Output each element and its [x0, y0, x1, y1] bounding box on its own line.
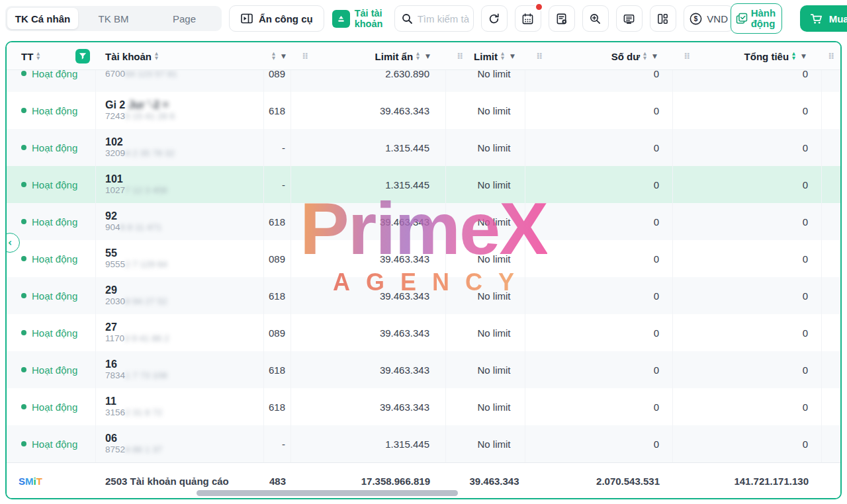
layout-button[interactable]: [650, 5, 676, 32]
cart-icon: [810, 13, 823, 25]
status-label: Hoạt động: [32, 327, 77, 339]
tab-tk-ca-nhan[interactable]: TK Cá nhân: [7, 8, 78, 29]
table-row[interactable]: Hoạt động 55 95552 7 129 64 089 39.463.3…: [7, 240, 840, 277]
accounts-table: TT ▲▼ Tài khoản ▲▼ ▲▼ ▼ ⠿ Limit ẩn ▲▼ ▼: [5, 41, 842, 499]
row-end-cell: [822, 129, 840, 166]
column-header-limit-hidden[interactable]: ⠿ Limit ẩn ▲▼ ▼: [291, 42, 446, 70]
status-cell: Hoạt động: [7, 240, 96, 277]
balance-cell: 0: [525, 129, 673, 166]
status-label: Hoạt động: [32, 439, 77, 450]
table-row[interactable]: Hoạt động 27 11703 9 41 86 2 089 39.463.…: [7, 314, 840, 351]
status-label: Hoạt động: [32, 179, 77, 190]
account-name: 92: [105, 210, 117, 222]
status-label: Hoạt động: [32, 142, 77, 153]
load-accounts-button[interactable]: Tải tài khoản: [332, 5, 387, 32]
search-input[interactable]: [418, 13, 469, 24]
column-drag-handle[interactable]: ⠿: [536, 52, 543, 62]
table-row[interactable]: Hoạt động 16 78341 7 73 108 618 39.463.3…: [7, 351, 840, 388]
account-name: 102: [105, 136, 123, 148]
table-row[interactable]: Hoạt động 29 20308 94 27 52 618 39.463.3…: [7, 277, 840, 314]
currency-button[interactable]: $ VND: [684, 5, 734, 32]
calendar-button[interactable]: [515, 5, 541, 32]
redacted-id: 2 7 129 64: [125, 259, 167, 269]
table-row[interactable]: Hoạt động 92 9046 8 11 471 618 39.463.34…: [7, 203, 840, 240]
buy-package-label: Mua gói: [829, 13, 847, 24]
refresh-button[interactable]: [481, 5, 508, 32]
status-dot-icon: [21, 367, 26, 372]
limit-cell: No limit: [446, 166, 525, 203]
column-header-clipped[interactable]: ▲▼ ▼: [264, 42, 291, 70]
column-drag-handle[interactable]: ⠿: [684, 52, 690, 62]
footer-limit-total: 39.463.343: [446, 463, 525, 499]
tab-tk-bm[interactable]: TK BM: [78, 8, 149, 29]
limit-hidden-cell: 39.463.343: [291, 240, 446, 277]
actions-button[interactable]: Hành động: [731, 3, 782, 34]
redacted-id: 64 123 57 81: [125, 70, 177, 79]
total-spent-cell: 0: [673, 425, 822, 462]
status-cell: Hoạt động: [7, 203, 96, 240]
status-dot-icon: [21, 293, 26, 298]
chevron-down-icon[interactable]: ▼: [801, 53, 806, 60]
horizontal-scrollbar-thumb[interactable]: [197, 490, 458, 496]
clipped-value-cell: 089: [264, 240, 291, 277]
account-cell: 102 32094 2 35 78 32: [96, 129, 264, 166]
tab-page[interactable]: Page: [149, 8, 220, 29]
row-end-cell: [822, 240, 840, 277]
row-end-cell: [822, 277, 840, 314]
account-cell: 29 20308 94 27 52: [96, 277, 264, 314]
filter-button[interactable]: [75, 49, 90, 63]
rows-viewport: Hoạt động 670064 123 57 81 089 2.630.890…: [7, 70, 840, 462]
table-rows: Hoạt động 670064 123 57 81 089 2.630.890…: [7, 70, 840, 462]
clipped-value-cell: 618: [264, 277, 291, 314]
notes-button[interactable]: [549, 5, 575, 32]
table-row[interactable]: Hoạt động 06 87524 86 1 37 - 1.315.445 N…: [7, 425, 840, 462]
column-header-account[interactable]: Tài khoản ▲▼: [96, 42, 264, 70]
chevron-down-icon[interactable]: ▼: [281, 53, 286, 60]
column-drag-handle[interactable]: ⠿: [302, 52, 308, 62]
column-drag-handle[interactable]: ⠿: [828, 52, 834, 62]
layout-columns-icon: [656, 13, 669, 25]
chevron-down-icon[interactable]: ▼: [652, 53, 657, 60]
limit-cell: No limit: [446, 388, 525, 425]
limit-cell: No limit: [446, 240, 525, 277]
status-dot-icon: [21, 256, 26, 261]
status-cell: Hoạt động: [7, 166, 96, 203]
hide-tools-label: Ẩn công cụ: [259, 13, 313, 24]
table-row[interactable]: Hoạt động 670064 123 57 81 089 2.630.890…: [7, 70, 840, 92]
account-cell: 11 31562 31 8 72: [96, 388, 264, 425]
table-row[interactable]: Hoạt động 101 10277 12 3 458 - 1.315.445…: [7, 166, 840, 203]
status-dot-icon: [21, 441, 26, 446]
limit-cell: No limit: [446, 203, 525, 240]
table-row[interactable]: Hoạt động Gi 2 Jur '-2 = 72435 15 41 28 …: [7, 92, 840, 129]
limit-cell: No limit: [446, 425, 525, 462]
column-drag-handle[interactable]: ⠿: [457, 52, 463, 62]
chevron-down-icon[interactable]: ▼: [425, 53, 430, 60]
table-row[interactable]: Hoạt động 102 32094 2 35 78 32 - 1.315.4…: [7, 129, 840, 166]
account-id: 72435 15 41 28 6: [105, 112, 175, 122]
redacted-id: 8 94 27 52: [125, 296, 167, 306]
column-header-balance[interactable]: ⠿ Số dư ▲▼ ▼: [525, 42, 673, 70]
account-cell: Gi 2 Jur '-2 = 72435 15 41 28 6: [96, 92, 264, 129]
account-id: 10277 12 3 458: [105, 186, 167, 196]
notification-dot: [535, 3, 543, 11]
total-spent-cell: 0: [673, 277, 822, 314]
buy-package-button[interactable]: Mua gói: [800, 5, 847, 32]
limit-hidden-cell: 39.463.343: [291, 203, 446, 240]
hide-tools-button[interactable]: Ẩn công cụ: [229, 5, 324, 32]
zoom-button[interactable]: [582, 5, 609, 32]
clipped-value-cell: -: [264, 129, 291, 166]
account-name: 27: [105, 321, 117, 333]
chevron-down-icon[interactable]: ▼: [510, 53, 515, 60]
column-header-limit[interactable]: ⠿ Limit ▲▼ ▼: [446, 42, 525, 70]
account-id: 670064 123 57 81: [105, 70, 177, 79]
account-type-tabs: TK Cá nhân TK BM Page: [5, 6, 222, 31]
limit-cell: No limit: [446, 70, 525, 92]
account-id: 78341 7 73 108: [105, 371, 167, 381]
column-header-total-spent[interactable]: ⠿ Tổng tiêu ▲▼ ▼: [673, 42, 822, 70]
status-label: Hoạt động: [32, 216, 77, 228]
column-header-status[interactable]: TT ▲▼: [7, 42, 96, 70]
search-icon: [402, 13, 413, 24]
table-row[interactable]: Hoạt động 11 31562 31 8 72 618 39.463.34…: [7, 388, 840, 425]
dollar-circle-icon: $: [689, 12, 703, 26]
display-list-button[interactable]: [616, 5, 643, 32]
